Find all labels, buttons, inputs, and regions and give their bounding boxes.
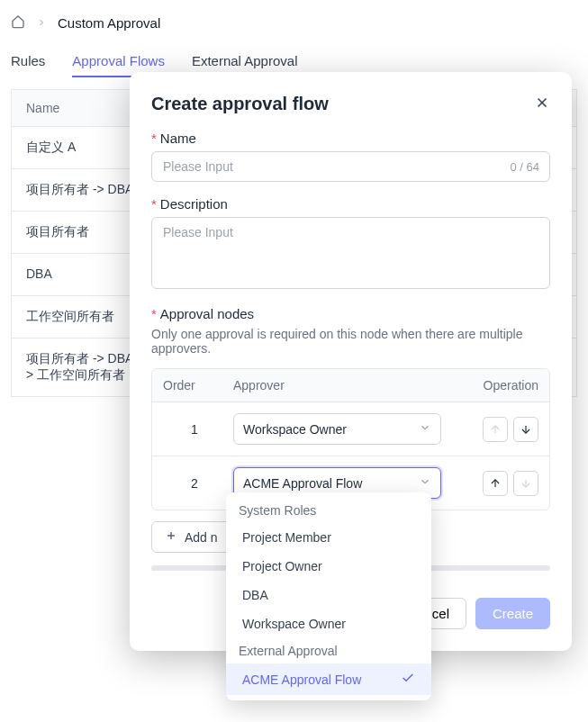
chevron-down-icon [419,475,431,491]
approver-select[interactable]: Workspace Owner [233,413,441,445]
dropdown-item-project-member[interactable]: Project Member [226,523,431,552]
char-count: 0 / 64 [510,160,539,174]
dropdown-item-dba[interactable]: DBA [226,581,431,609]
row-name: 项目所有者 [26,224,89,240]
approval-nodes-label-text: Approval nodes [160,306,254,321]
row-name: 自定义 A [26,140,76,156]
dropdown-item-workspace-owner[interactable]: Workspace Owner [226,609,431,638]
required-marker: * [151,196,157,212]
move-up-button[interactable] [483,471,508,496]
scroll-thumb[interactable] [424,565,550,571]
col-approver: Approver [233,378,441,393]
approver-value: ACME Approval Flow [243,476,362,491]
node-row: 1 Workspace Owner [152,402,549,456]
col-order: Order [163,378,226,393]
move-down-button[interactable] [513,471,538,496]
row-name: 项目所有者 -> DBA -> 工作空间所有者 [26,351,143,384]
dropdown-item-label: DBA [242,588,268,602]
add-node-button[interactable]: Add n [151,521,231,553]
name-label: * Name [151,131,550,146]
approval-nodes-label: * Approval nodes [151,306,550,321]
order-cell: 1 [163,422,226,437]
dropdown-item-label: ACME Approval Flow [242,672,361,687]
dropdown-group-system-roles: System Roles [226,498,431,523]
description-label-text: Description [160,196,228,212]
approval-nodes-hint: Only one approval is required on this no… [151,327,550,356]
modal-title: Create approval flow [151,94,329,114]
name-label-text: Name [160,131,196,146]
move-up-button[interactable] [483,417,508,442]
create-button[interactable]: Create [475,598,550,629]
name-field[interactable] [151,151,550,182]
required-marker: * [151,131,157,146]
approver-value: Workspace Owner [243,422,347,437]
move-down-button[interactable] [513,417,538,442]
description-field[interactable] [151,217,550,289]
plus-icon [165,529,177,545]
dropdown-item-label: Project Member [242,530,331,545]
row-name: 项目所有者 -> DBA [26,182,133,198]
breadcrumb: Custom Approval [0,0,588,46]
tab-rules[interactable]: Rules [11,46,45,77]
add-node-label: Add n [185,530,218,545]
row-name: DBA [26,266,52,281]
dropdown-item-label: Project Owner [242,559,322,573]
close-icon[interactable] [534,95,550,113]
description-label: * Description [151,196,550,212]
order-cell: 2 [163,476,226,491]
home-icon[interactable] [11,14,25,32]
dropdown-group-external-approval: External Approval [226,638,431,663]
col-operation: Operation [448,378,538,393]
chevron-down-icon [419,421,431,437]
check-icon [401,671,415,688]
approver-dropdown: System Roles Project Member Project Owne… [226,492,431,700]
dropdown-item-label: Workspace Owner [242,617,346,631]
required-marker: * [151,306,157,321]
row-name: 工作空间所有者 [26,309,114,325]
dropdown-item-project-owner[interactable]: Project Owner [226,552,431,581]
dropdown-item-acme-approval-flow[interactable]: ACME Approval Flow [226,663,431,695]
approval-nodes-table: Order Approver Operation 1 Workspace Own… [151,368,550,510]
breadcrumb-current[interactable]: Custom Approval [58,15,160,31]
chevron-right-icon [36,16,47,31]
